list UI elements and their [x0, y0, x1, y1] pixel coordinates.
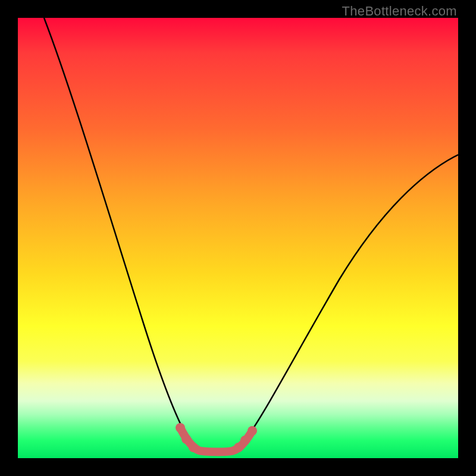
svg-point-2	[189, 443, 198, 452]
plot-area	[18, 18, 458, 458]
svg-point-0	[176, 423, 185, 433]
svg-point-5	[248, 426, 257, 436]
chart-frame: TheBottleneck.com	[0, 0, 476, 476]
chart-svg	[18, 18, 458, 458]
bottleneck-curve	[44, 18, 458, 451]
svg-point-4	[240, 436, 250, 445]
svg-point-3	[234, 443, 243, 452]
svg-point-1	[181, 434, 191, 444]
watermark-text: TheBottleneck.com	[342, 4, 457, 19]
